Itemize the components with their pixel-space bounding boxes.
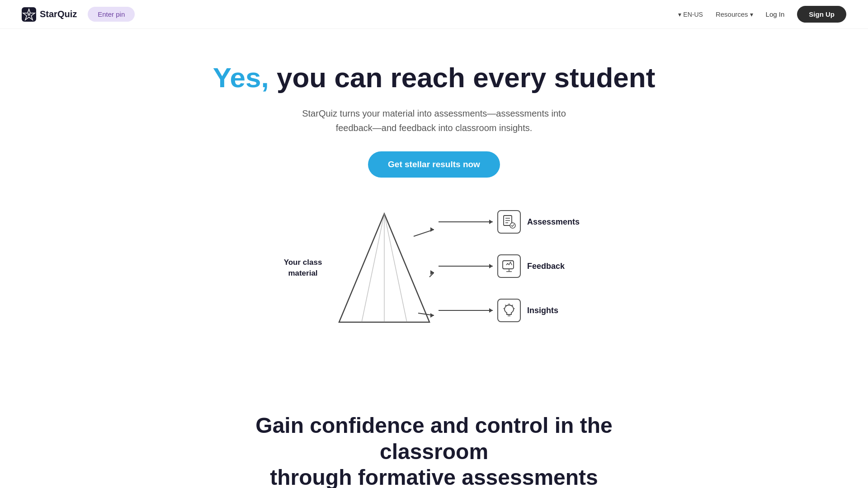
svg-line-34	[505, 305, 506, 306]
resources-label: Resources	[716, 10, 748, 18]
login-button[interactable]: Log In	[766, 10, 785, 18]
chevron-down-icon	[678, 11, 681, 18]
insights-label: Insights	[527, 306, 558, 315]
assessment-icon	[497, 210, 521, 234]
svg-marker-18	[489, 308, 493, 313]
logo-icon	[22, 7, 36, 22]
output-assessments: Assessments	[497, 210, 592, 234]
chevron-down-icon	[750, 10, 753, 18]
svg-marker-16	[489, 264, 493, 268]
arrows-outputs: Assessments Feedback	[439, 205, 592, 331]
triangle-svg	[335, 209, 434, 327]
feedback-icon	[497, 254, 521, 278]
bottom-title-line1: Gain confidence and control in the class…	[255, 413, 612, 464]
hero-section: Yes, you can reach every student StarQui…	[0, 29, 868, 385]
source-label: Your class material	[276, 258, 330, 279]
hero-title-rest: you can reach every student	[269, 62, 656, 93]
nav-left: StarQuiz Enter pin	[22, 7, 135, 22]
signup-button[interactable]: Sign Up	[797, 6, 846, 23]
svg-marker-10	[430, 227, 434, 232]
hero-title-yes: Yes,	[213, 62, 269, 93]
resources-button[interactable]: Resources	[716, 10, 753, 18]
bottom-section: Gain confidence and control in the class…	[0, 385, 868, 488]
svg-marker-12	[430, 313, 434, 318]
diagram-section: Your class material	[231, 205, 637, 331]
svg-line-32	[512, 305, 513, 306]
language-selector[interactable]: EN-US	[678, 11, 703, 18]
insights-icon	[497, 299, 521, 322]
bottom-title: Gain confidence and control in the class…	[249, 413, 619, 488]
logo-text: StarQuiz	[40, 9, 77, 19]
svg-point-2	[28, 13, 30, 16]
nav-right: EN-US Resources Log In Sign Up	[678, 6, 846, 23]
logo-link[interactable]: StarQuiz	[22, 7, 77, 22]
bottom-title-line2: through formative assessments curated wi…	[270, 465, 598, 488]
hero-subtitle: StarQuiz turns your material into assess…	[294, 106, 574, 135]
navbar: StarQuiz Enter pin EN-US Resources Log I…	[0, 0, 868, 29]
triangle-area	[335, 209, 434, 327]
hero-title: Yes, you can reach every student	[213, 61, 656, 94]
diagram-container: Your class material	[276, 205, 592, 331]
lang-label: EN-US	[683, 11, 703, 18]
enter-pin-button[interactable]: Enter pin	[88, 7, 135, 22]
svg-line-5	[362, 214, 384, 322]
output-insights: Insights	[497, 299, 592, 322]
svg-line-6	[384, 214, 407, 322]
assessments-label: Assessments	[527, 217, 580, 227]
cta-button[interactable]: Get stellar results now	[368, 151, 500, 178]
feedback-label: Feedback	[527, 262, 565, 271]
svg-marker-14	[489, 220, 493, 224]
output-feedback: Feedback	[497, 254, 592, 278]
